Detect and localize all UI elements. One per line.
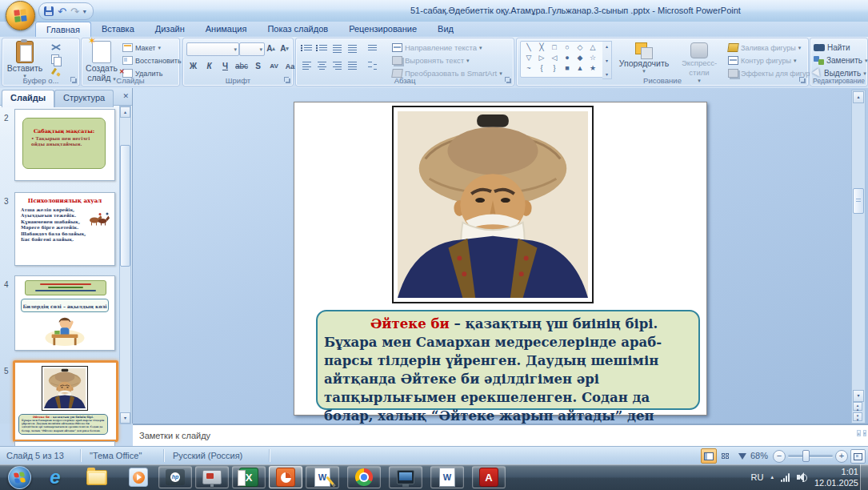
taskbar-word-document[interactable]: W [306,466,339,488]
shape-glyph-icon[interactable]: ◆ [574,53,586,63]
font-size-combo[interactable]: ▾ [239,42,265,56]
arrange-button[interactable]: Упорядочить ▾ [616,42,672,74]
shape-glyph-icon[interactable]: △ [586,42,599,53]
shape-glyph-icon[interactable]: ▷ [535,53,548,63]
tab-view[interactable]: Вид [427,22,464,37]
zoom-in-button[interactable]: + [835,450,848,463]
shapes-gallery-scrollbar[interactable]: ▴ ▾ ▾ [602,41,612,79]
shrink-font-button[interactable]: А▾ [277,42,292,55]
slide-2-thumbnail[interactable]: Сабақтың мақсаты: • Тақырып пен негізгі … [14,109,115,181]
taskbar-word[interactable]: W [430,466,464,488]
bold-button[interactable]: Ж [186,59,201,73]
dialog-launcher-icon[interactable] [284,77,291,84]
font-name-combo[interactable]: ▾ [186,42,239,56]
find-button[interactable]: Найти [814,43,850,52]
notes-scrollbar[interactable]: ▴ ▾ [857,427,867,446]
next-slide-button[interactable]: ▾▾ [853,412,862,421]
tab-slides-thumbnails[interactable]: Слайды [2,90,54,107]
taskbar-computer[interactable] [389,466,422,488]
current-slide-canvas[interactable]: Әйтеке би – қазақтың үш биінің бірі. Бұх… [294,102,707,416]
fit-to-window-button[interactable] [850,449,866,464]
tray-language-indicator[interactable]: RU [751,472,764,482]
taskbar-hp-app[interactable]: hp [158,466,192,488]
show-desktop-button[interactable] [860,464,868,490]
paste-button[interactable]: Вставить ▾ [6,41,44,78]
start-button[interactable] [8,466,31,489]
tab-design[interactable]: Дизайн [145,22,195,37]
slides-panel-scrollbar[interactable]: ▴ ▾ [119,106,131,424]
bullets-button[interactable] [300,42,314,54]
justify-button[interactable] [346,59,359,71]
slide-sorter-button[interactable] [718,448,734,464]
slide-text-box[interactable]: Әйтеке би – қазақтың үш биінің бірі. Бұх… [316,310,700,410]
italic-button[interactable]: К [202,59,217,73]
scrollbar-thumb[interactable] [120,145,130,267]
shape-fill-button[interactable]: Заливка фигуры ▾ [728,43,801,52]
slide-portrait-image[interactable] [392,106,594,303]
slideshow-button[interactable] [734,448,750,464]
undo-icon[interactable]: ↶ [58,6,66,17]
char-spacing-button[interactable]: AV [266,59,282,73]
notes-pane[interactable]: Заметки к слайду ▴ ▾ [133,424,868,448]
shape-glyph-icon[interactable]: } [548,63,561,74]
shape-glyph-icon[interactable]: ★ [586,63,599,74]
network-icon[interactable] [781,473,790,482]
shape-glyph-icon[interactable]: ╲ [522,42,535,53]
office-button[interactable] [6,1,35,30]
zoom-slider-track[interactable] [788,455,833,457]
replace-button[interactable]: Заменить ▾ [814,56,867,65]
tab-slideshow[interactable]: Показ слайдов [257,22,338,37]
slide-5-thumbnail-selected[interactable]: Әйтеке би – қазақтың үш биінің бірі. Бұх… [13,360,118,442]
scroll-down-icon[interactable]: ▾ [853,390,864,402]
tab-animation[interactable]: Анимация [195,22,258,37]
reset-button[interactable]: Восстановить [122,56,182,65]
align-left-button[interactable] [300,59,314,71]
taskbar-excel[interactable]: X [232,466,266,488]
tab-review[interactable]: Рецензирование [338,22,427,37]
normal-view-button[interactable] [701,448,717,464]
scroll-down-icon[interactable]: ▾ [606,58,608,63]
scroll-up-icon[interactable]: ▴ [606,43,608,49]
align-text-button[interactable]: Выровнять текст ▾ [392,56,470,65]
redo-icon[interactable]: ↷ [70,6,79,17]
text-direction-button[interactable]: Направление текста ▾ [392,43,482,52]
shape-glyph-icon[interactable]: ▲ [574,63,586,74]
taskbar-powerpoint-active[interactable] [269,466,302,488]
line-spacing-button[interactable] [366,42,379,54]
dialog-launcher-icon[interactable] [799,77,806,84]
zoom-slider-thumb[interactable] [802,450,810,462]
taskbar-file-explorer[interactable] [80,466,114,488]
taskbar-chrome[interactable] [347,466,381,488]
shape-glyph-icon[interactable]: ☆ [586,53,599,63]
zoom-out-button[interactable]: − [773,450,786,463]
shape-glyph-icon[interactable]: ◇ [574,42,586,53]
shape-outline-button[interactable]: Контур фигуры ▾ [728,56,796,65]
increase-indent-button[interactable] [346,42,359,54]
shadow-button[interactable]: S [250,59,266,73]
decrease-indent-button[interactable] [330,42,344,54]
shape-glyph-icon[interactable]: ◁ [548,53,561,63]
scroll-up-icon[interactable]: ▴ [853,91,864,103]
tray-clock[interactable]: 1:01 12.01.2025 [814,466,858,488]
tab-outline[interactable]: Структура [54,90,114,107]
strikethrough-button[interactable]: abc [234,59,250,73]
taskbar-adobe-reader[interactable]: A [472,466,506,488]
dialog-launcher-icon[interactable] [505,77,512,84]
shape-glyph-icon[interactable]: □ [548,42,561,53]
scroll-up-icon[interactable]: ▴ [857,430,861,436]
scroll-up-icon[interactable]: ▴ [120,106,130,118]
shape-glyph-icon[interactable]: ╳ [535,42,548,53]
taskbar-presenter-app[interactable] [195,466,229,488]
shape-glyph-icon[interactable]: { [535,63,548,74]
align-right-button[interactable] [330,59,344,71]
slide-3-thumbnail[interactable]: Психолониялық ахуал Атша желіп көрейік, … [14,192,115,266]
numbering-button[interactable] [315,42,329,54]
qat-customize-icon[interactable]: ▾ [83,8,86,15]
previous-slide-button[interactable]: ▴▴ [853,402,862,411]
close-icon[interactable]: ✕ [122,92,129,100]
language-indicator[interactable]: Русский (Россия) [173,451,242,460]
scroll-down-icon[interactable]: ▾ [120,412,130,424]
slide-4-thumbnail[interactable]: Билердің сөзі – ақылдың көзі [14,275,115,351]
editor-scrollbar[interactable]: ▴ ▾ ▴▴ ▾▾ [851,90,866,424]
save-icon[interactable] [44,6,54,16]
